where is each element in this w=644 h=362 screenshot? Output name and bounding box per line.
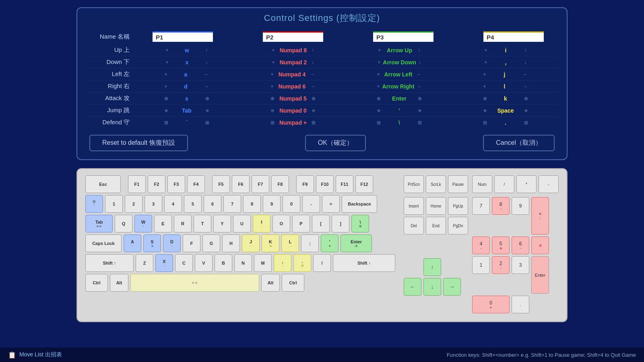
right-p4-value[interactable]: l — [489, 83, 521, 90]
key-u[interactable]: U — [233, 215, 251, 232]
left-p2-value[interactable]: Numpad 4 — [276, 71, 308, 78]
p4-name-input[interactable] — [483, 31, 544, 42]
left-p3-value[interactable]: Arrow Left — [382, 71, 415, 78]
key-f12[interactable]: F12 — [355, 175, 373, 193]
key-h[interactable]: H — [222, 234, 240, 252]
defend-p4-value[interactable]: . — [489, 119, 522, 126]
key-b[interactable]: B — [215, 254, 232, 272]
key-p[interactable]: P — [292, 215, 310, 232]
key-caps[interactable]: Caps Lock — [85, 234, 122, 252]
key-num7[interactable]: 7 — [472, 197, 490, 215]
key-comma[interactable]: , ↓ — [274, 254, 291, 272]
ok-button[interactable]: OK（確定） — [305, 135, 366, 151]
key-num-star[interactable]: * — [516, 175, 537, 193]
jump-p2-value[interactable]: Numpad 0 — [277, 107, 309, 114]
key-f4[interactable]: F4 — [187, 175, 205, 193]
key-enter[interactable]: Enter ⊕ — [341, 234, 372, 252]
key-ctrl-right[interactable]: Ctrl — [282, 274, 304, 292]
key-1[interactable]: 1 — [105, 195, 123, 213]
key-o[interactable]: O — [272, 215, 290, 232]
key-num9[interactable]: 9 — [512, 197, 529, 215]
key-f[interactable]: F — [183, 234, 200, 252]
key-alt-right[interactable]: Alt — [261, 274, 280, 292]
key-arrow-left[interactable]: ← — [404, 278, 421, 296]
jump-p4-value[interactable]: Space — [489, 107, 522, 114]
key-f6[interactable]: F6 — [232, 175, 250, 193]
key-f11[interactable]: F11 — [336, 175, 353, 193]
attack-p3-value[interactable]: Enter — [383, 95, 415, 102]
key-minus[interactable]: - — [302, 195, 320, 213]
key-num-dot[interactable]: . — [512, 296, 529, 313]
key-num-slash[interactable]: / — [494, 175, 514, 193]
key-s[interactable]: S ⊕ — [143, 234, 161, 252]
key-pause[interactable]: Pause — [448, 175, 468, 193]
reset-button[interactable]: Reset to default 恢復預設 — [89, 135, 188, 151]
key-l[interactable]: L → — [281, 234, 299, 252]
up-p1-value[interactable]: w — [171, 47, 203, 53]
key-slash[interactable]: / — [313, 254, 331, 272]
key-num6-defend[interactable]: ⊞ — [531, 237, 549, 254]
key-g[interactable]: G — [202, 234, 220, 252]
key-f8[interactable]: F8 — [271, 175, 289, 193]
key-f9[interactable]: F9 — [296, 175, 314, 193]
key-numlock[interactable]: Num — [472, 175, 492, 193]
down-p2-value[interactable]: Numpad 2 — [277, 59, 310, 66]
key-num3[interactable]: 3 — [512, 256, 529, 274]
key-num1[interactable]: 1 — [472, 256, 490, 274]
key-num0[interactable]: 0 ⧺ — [472, 296, 510, 313]
defend-p1-value[interactable]: ` — [171, 119, 203, 126]
key-arrow-right[interactable]: → — [443, 278, 461, 296]
key-end[interactable]: End — [426, 217, 446, 234]
key-prtscr[interactable]: PrtScn — [404, 175, 424, 193]
key-semicolon[interactable]: ; — [301, 234, 319, 252]
key-tab[interactable]: Tab ⧺⧺ — [85, 215, 113, 232]
key-n[interactable]: N — [234, 254, 252, 272]
up-p2-value[interactable]: Numpad 8 — [277, 47, 310, 53]
key-8[interactable]: 8 — [243, 195, 261, 213]
key-backslash[interactable]: \ ⊞ — [351, 215, 369, 232]
key-quote[interactable]: ' ⧺ — [321, 234, 339, 252]
up-p4-value[interactable]: i — [490, 47, 522, 53]
key-j[interactable]: J ← — [242, 234, 260, 252]
key-d[interactable]: D → — [163, 234, 181, 252]
key-y[interactable]: Y — [213, 215, 231, 232]
p1-name-input[interactable] — [153, 31, 213, 42]
key-2[interactable]: 2 — [125, 195, 142, 213]
key-equals[interactable]: = — [322, 195, 340, 213]
key-q[interactable]: Q — [115, 215, 132, 232]
key-9[interactable]: 9 — [263, 195, 281, 213]
left-p1-value[interactable]: a — [170, 71, 202, 78]
defend-p2-value[interactable]: Numpad + — [277, 119, 309, 126]
right-p2-value[interactable]: Numpad 6 — [276, 83, 308, 90]
right-p3-value[interactable]: Arrow Right — [382, 83, 414, 90]
key-4[interactable]: 4 — [164, 195, 182, 213]
move-list[interactable]: 📋 Move List 出招表 — [8, 351, 62, 359]
up-p3-value[interactable]: Arrow Up — [384, 47, 416, 53]
jump-p1-value[interactable]: Tab — [171, 107, 203, 114]
key-5[interactable]: 5 — [184, 195, 202, 213]
key-pgdn[interactable]: PgDn — [448, 217, 468, 234]
key-num8[interactable]: 8 ↑ — [492, 197, 510, 215]
attack-p1-value[interactable]: s — [171, 95, 203, 102]
cancel-button[interactable]: Cancel（取消） — [483, 135, 555, 151]
key-a[interactable]: A ← — [124, 234, 141, 252]
key-pgup[interactable]: PgUp — [448, 197, 468, 215]
key-ctrl-left[interactable]: Ctrl — [85, 274, 108, 292]
key-backspace[interactable]: Backspace — [342, 195, 377, 213]
key-x[interactable]: X ↓ — [155, 254, 173, 272]
key-f5[interactable]: F5 — [212, 175, 230, 193]
p3-name-input[interactable] — [373, 31, 433, 42]
key-f2[interactable]: F2 — [148, 175, 165, 193]
key-num5[interactable]: 5 ⊕ — [492, 237, 510, 254]
key-6[interactable]: 6 — [204, 195, 221, 213]
key-k[interactable]: K ⊕ — [262, 234, 279, 252]
key-f1[interactable]: F1 — [128, 175, 146, 193]
key-arrow-up[interactable]: ↑ — [423, 258, 441, 276]
key-num-minus[interactable]: - — [539, 175, 559, 193]
key-m[interactable]: M — [254, 254, 272, 272]
key-num-enter[interactable]: Enter — [531, 256, 549, 294]
key-esc[interactable]: Esc — [85, 175, 121, 193]
key-z[interactable]: Z — [136, 254, 153, 272]
key-period[interactable]: . ⊞ — [293, 254, 311, 272]
key-num2[interactable]: 2 ↓ — [492, 256, 510, 274]
